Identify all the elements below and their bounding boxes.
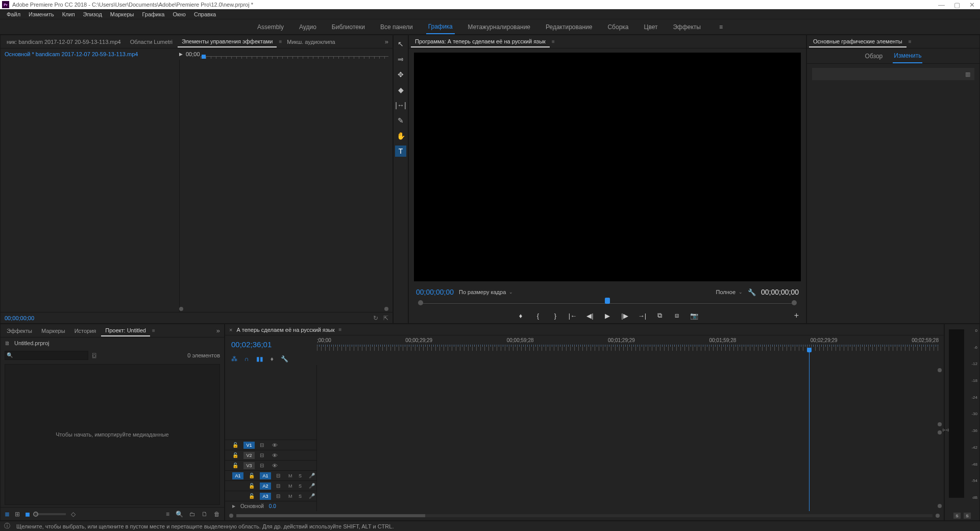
fx-icon[interactable]: ⊟ (260, 452, 267, 458)
icon-view-button[interactable]: ⊞ (15, 511, 20, 518)
add-marker-icon[interactable]: ▮▮ (256, 355, 263, 363)
ec-tab[interactable]: Микш. аудиоклипа (283, 37, 339, 47)
close-button[interactable]: ✕ (969, 1, 975, 9)
eye-icon[interactable]: 👁 (272, 442, 278, 448)
project-search-input[interactable] (5, 351, 88, 360)
sequence-name[interactable]: А теперь сделаем её на русский язык (236, 327, 334, 333)
freeform-view-button[interactable]: ◼ (25, 511, 30, 518)
track-toggle[interactable]: A3 (260, 493, 271, 500)
workspace-menu-icon[interactable]: ≡ (717, 20, 725, 34)
track-toggle[interactable]: A2 (260, 482, 271, 490)
sort-icon[interactable]: ◇ (71, 511, 76, 518)
list-view-button[interactable]: ≣ (5, 511, 10, 518)
track-toggle[interactable]: V2 (243, 452, 255, 459)
audio-track-header[interactable]: 🔓A2⊟MS🎤 (225, 480, 316, 491)
auto-match-icon[interactable]: ≡ (166, 511, 169, 518)
mark-in-button[interactable]: { (533, 312, 543, 320)
solo-left-button[interactable]: S (953, 513, 961, 519)
voiceover-icon[interactable]: 🎤 (309, 493, 315, 499)
audio-track-header[interactable]: 🔓A3⊟MS🎤 (225, 491, 316, 501)
new-item-button[interactable]: 🗋 (202, 511, 208, 518)
find-icon[interactable]: 🔍 (176, 511, 183, 518)
vscroll-handle-icon[interactable] (938, 368, 942, 372)
timeline-hscroll[interactable] (236, 514, 933, 517)
lock-icon[interactable]: 🔓 (232, 452, 238, 458)
fx-icon[interactable]: ⊟ (260, 442, 267, 448)
create-bin-icon[interactable]: ⌼ (92, 352, 96, 359)
selection-tool[interactable]: ↖ (395, 38, 406, 50)
menu-Эпизод[interactable]: Эпизод (80, 10, 106, 18)
loop-icon[interactable]: ↻ (373, 315, 378, 322)
master-track-header[interactable]: ▶Основной0.0 (225, 501, 316, 511)
step-forward-button[interactable]: |▶ (620, 312, 629, 320)
workspace-Редактирование[interactable]: Редактирование (544, 20, 594, 34)
menu-Справка[interactable]: Справка (190, 10, 219, 18)
workspace-Цвет[interactable]: Цвет (642, 20, 660, 34)
workspace-Метажурналирование[interactable]: Метажурналирование (466, 20, 532, 34)
program-canvas[interactable] (414, 53, 801, 281)
solo-button[interactable]: S (299, 473, 304, 478)
play-button[interactable]: ▶ (603, 312, 612, 320)
slip-tool[interactable]: |↔| (395, 100, 406, 111)
extract-button[interactable]: ⧇ (672, 311, 681, 320)
vscroll-handle-icon[interactable] (938, 504, 942, 508)
panel-menu-icon[interactable]: ≡ (152, 328, 155, 333)
mute-button[interactable]: M (288, 484, 293, 489)
ec-tab[interactable]: Элементы управления эффектами (178, 36, 277, 47)
maximize-button[interactable]: ▢ (954, 1, 960, 9)
panel-menu-icon[interactable]: ≡ (552, 39, 555, 44)
eye-icon[interactable]: 👁 (272, 452, 278, 458)
fx-icon[interactable]: ⊟ (276, 493, 283, 499)
panel-overflow-icon[interactable]: » (214, 327, 222, 334)
eye-icon[interactable]: 👁 (272, 463, 278, 469)
workspace-Сборка[interactable]: Сборка (605, 20, 630, 34)
effect-footer-timecode[interactable]: 00;00;00;00 (5, 315, 178, 321)
project-tab[interactable]: Проект: Untitled (101, 325, 150, 336)
scrub-handle-left-icon[interactable] (418, 300, 423, 305)
project-tab[interactable]: Маркеры (37, 326, 69, 336)
timeline-content[interactable]: ▹◃ (317, 365, 944, 511)
voiceover-icon[interactable]: 🎤 (309, 473, 315, 478)
panel-overflow-icon[interactable]: » (383, 38, 390, 45)
project-tab[interactable]: История (70, 326, 101, 336)
workspace-Графика[interactable]: Графика (426, 20, 455, 34)
playback-quality-dropdown[interactable]: Полное⌄ (716, 289, 743, 295)
panel-menu-icon[interactable]: ≡ (909, 39, 912, 44)
track-toggle[interactable]: V3 (243, 462, 255, 469)
new-layer-icon[interactable]: ▥ (965, 71, 970, 78)
panel-menu-icon[interactable]: ≡ (339, 327, 342, 332)
go-to-in-button[interactable]: |← (568, 312, 577, 320)
solo-right-button[interactable]: S (964, 513, 971, 519)
fx-icon[interactable]: ⊟ (260, 463, 267, 468)
eg-tab-Обзор[interactable]: Обзор (864, 50, 884, 63)
lock-icon[interactable]: 🔓 (232, 442, 238, 448)
zoom-fit-dropdown[interactable]: По размеру кадра⌄ (459, 289, 513, 295)
close-sequence-icon[interactable]: × (229, 327, 232, 333)
menu-Изменить[interactable]: Изменить (25, 10, 58, 18)
lock-icon[interactable]: 🔓 (232, 463, 238, 468)
export-frame-icon[interactable]: ⇱ (383, 315, 388, 322)
project-bin-area[interactable]: Чтобы начать, импортируйте медиаданные (5, 364, 220, 505)
button-editor-plus-icon[interactable]: + (794, 311, 799, 320)
ec-tab[interactable]: Области Lumetri (126, 37, 177, 47)
menu-Маркеры[interactable]: Маркеры (107, 10, 138, 18)
vscroll-handle-icon[interactable] (938, 430, 942, 435)
lift-button[interactable]: ⧉ (655, 311, 664, 320)
program-timecode-left[interactable]: 00;00;00;00 (416, 288, 454, 296)
hand-tool[interactable]: ✋ (395, 130, 406, 141)
project-tab[interactable]: Эффекты (3, 326, 36, 336)
marker-icon[interactable]: ♦ (271, 355, 274, 363)
mark-out-button[interactable]: } (551, 312, 560, 320)
step-back-button[interactable]: ◀| (585, 312, 595, 320)
master-value[interactable]: 0.0 (269, 503, 276, 509)
mute-button[interactable]: M (288, 473, 293, 478)
timeline-ruler[interactable]: ;00;0000;00;29;2900;00;59;2800;01;29;290… (317, 335, 944, 353)
mute-button[interactable]: M (288, 494, 293, 499)
track-toggle[interactable]: A1 (260, 472, 271, 479)
new-bin-button[interactable]: 🗀 (189, 511, 195, 518)
snap-icon[interactable]: ⁂ (231, 355, 237, 363)
linked-selection-icon[interactable]: ∩ (244, 355, 249, 363)
hscroll-handle-icon[interactable] (229, 514, 233, 518)
menu-Окно[interactable]: Окно (169, 10, 189, 18)
timeline-playhead[interactable] (809, 348, 810, 511)
